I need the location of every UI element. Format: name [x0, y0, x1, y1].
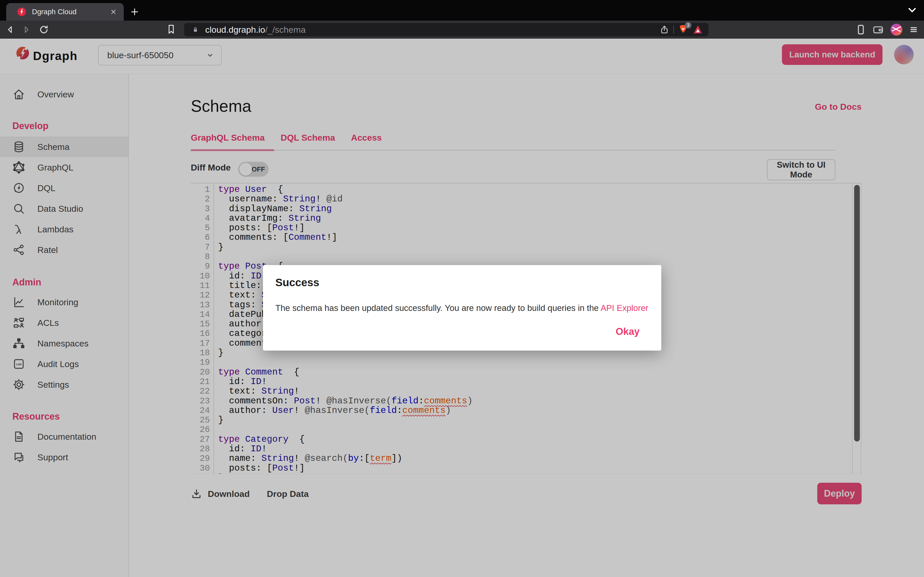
url-text: cloud.dgraph.io/_/schema: [205, 25, 305, 35]
browser-chrome: Dgraph Cloud: [0, 0, 924, 39]
wallet-icon[interactable]: [872, 24, 884, 35]
modal-message: The schema has been updated successfully…: [275, 303, 648, 313]
chevron-down-icon[interactable]: [907, 6, 917, 15]
url-path: /_/schema: [265, 25, 306, 34]
menu-icon[interactable]: [909, 25, 918, 34]
api-explorer-link[interactable]: API Explorer: [601, 303, 648, 313]
modal-title: Success: [275, 276, 319, 289]
dgraph-cloud-app: Dgraph blue-surf-650050 Launch new backe…: [0, 39, 924, 577]
success-modal: Success The schema has been updated succ…: [263, 265, 661, 351]
tab-strip: Dgraph Cloud: [0, 0, 924, 21]
bookmark-icon[interactable]: [166, 24, 176, 35]
brave-rewards-icon[interactable]: [693, 24, 703, 35]
divider: [674, 26, 674, 34]
share-icon[interactable]: [659, 25, 669, 34]
tab-title: Dgraph Cloud: [32, 8, 108, 16]
url-bar[interactable]: cloud.dgraph.io/_/schema 3: [184, 23, 709, 36]
profile-avatar[interactable]: [890, 24, 902, 35]
forward-button[interactable]: [21, 24, 32, 35]
dgraph-favicon: [17, 7, 26, 16]
brave-shield-icon[interactable]: 3: [678, 24, 688, 35]
okay-button[interactable]: Okay: [615, 326, 640, 337]
reload-button[interactable]: [38, 24, 50, 35]
new-tab-button[interactable]: [128, 6, 141, 18]
lock-icon: [191, 26, 200, 34]
back-button[interactable]: [5, 24, 16, 35]
url-toolbar: cloud.dgraph.io/_/schema 3: [0, 21, 924, 39]
url-host: cloud.dgraph.io: [205, 25, 265, 34]
modal-message-text: The schema has been updated successfully…: [275, 303, 601, 313]
shield-badge: 3: [685, 22, 691, 29]
close-tab-icon[interactable]: [108, 7, 119, 17]
screen: Dgraph Cloud: [0, 0, 924, 577]
browser-actions: [856, 21, 924, 39]
sidebar-panel-icon[interactable]: [856, 24, 866, 35]
browser-tab[interactable]: Dgraph Cloud: [6, 3, 124, 21]
